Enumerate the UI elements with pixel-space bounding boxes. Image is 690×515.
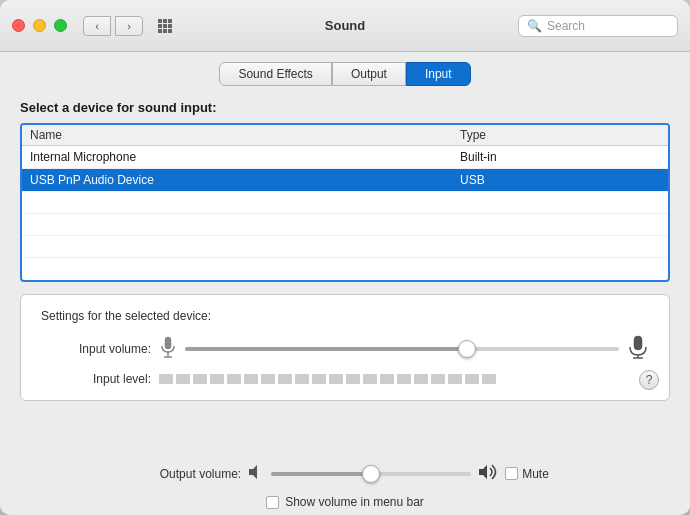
window-title: Sound	[325, 18, 365, 33]
mic-large-icon	[627, 335, 649, 362]
input-level-bars	[159, 374, 496, 384]
level-bar-17	[431, 374, 445, 384]
grid-button[interactable]	[151, 16, 179, 36]
svg-rect-5	[168, 24, 172, 28]
minimize-button[interactable]	[33, 19, 46, 32]
settings-section: Settings for the selected device: Input …	[20, 294, 670, 401]
empty-row-1	[22, 192, 668, 214]
table-row-selected[interactable]: USB PnP Audio Device USB	[22, 169, 668, 192]
svg-rect-6	[158, 29, 162, 33]
close-button[interactable]	[12, 19, 25, 32]
col-name-header: Name	[30, 128, 460, 142]
svg-marker-15	[249, 465, 257, 479]
tab-bar: Sound Effects Output Input	[0, 52, 690, 94]
level-bar-7	[261, 374, 275, 384]
level-bar-8	[278, 374, 292, 384]
speaker-muted-icon	[247, 463, 265, 481]
level-bar-20	[482, 374, 496, 384]
section-title: Select a device for sound input:	[20, 100, 670, 115]
level-bar-1	[159, 374, 173, 384]
svg-rect-9	[165, 337, 171, 349]
level-bar-16	[414, 374, 428, 384]
input-level-label: Input level:	[41, 372, 151, 386]
empty-row-3	[22, 236, 668, 258]
level-bar-2	[176, 374, 190, 384]
svg-rect-3	[158, 24, 162, 28]
tab-sound-effects[interactable]: Sound Effects	[219, 62, 332, 86]
empty-row-2	[22, 214, 668, 236]
maximize-button[interactable]	[54, 19, 67, 32]
mute-label: Mute	[522, 467, 549, 481]
speaker-small-icon	[247, 463, 265, 484]
input-volume-slider[interactable]	[185, 347, 619, 351]
input-volume-label: Input volume:	[41, 342, 151, 356]
device-table: Name Type Internal Microphone Built-in U…	[20, 123, 670, 282]
traffic-lights	[12, 19, 67, 32]
row-type-0: Built-in	[460, 150, 660, 164]
microphone-small-icon	[159, 336, 177, 358]
search-input[interactable]	[547, 19, 669, 33]
main-window: ‹ › Sound 🔍 Sound Effects Output I	[0, 0, 690, 515]
level-bar-4	[210, 374, 224, 384]
svg-rect-2	[168, 19, 172, 23]
row-name-1: USB PnP Audio Device	[30, 173, 460, 187]
level-bar-14	[380, 374, 394, 384]
svg-rect-0	[158, 19, 162, 23]
level-bar-9	[295, 374, 309, 384]
empty-row-4	[22, 258, 668, 280]
svg-rect-8	[168, 29, 172, 33]
level-bar-13	[363, 374, 377, 384]
level-bar-11	[329, 374, 343, 384]
search-bar[interactable]: 🔍	[518, 15, 678, 37]
output-volume-label: Output volume:	[141, 467, 241, 481]
footer: Output volume: Mute	[0, 455, 690, 515]
speaker-loud-icon	[477, 463, 499, 481]
tab-input[interactable]: Input	[406, 62, 471, 86]
level-bar-12	[346, 374, 360, 384]
back-button[interactable]: ‹	[83, 16, 111, 36]
output-volume-row: Output volume: Mute	[141, 463, 549, 484]
content-area: Select a device for sound input: Name Ty…	[0, 94, 690, 455]
mute-row: Mute	[505, 467, 549, 481]
input-level-row: Input level:	[41, 372, 649, 386]
output-volume-slider[interactable]	[271, 472, 471, 476]
input-volume-row: Input volume:	[41, 335, 649, 362]
level-bar-10	[312, 374, 326, 384]
row-type-1: USB	[460, 173, 660, 187]
show-volume-row: Show volume in menu bar	[266, 495, 424, 509]
mic-small-icon	[159, 336, 177, 361]
mute-checkbox[interactable]	[505, 467, 518, 480]
forward-button[interactable]: ›	[115, 16, 143, 36]
svg-rect-12	[634, 336, 642, 350]
svg-rect-4	[163, 24, 167, 28]
row-name-0: Internal Microphone	[30, 150, 460, 164]
level-bar-15	[397, 374, 411, 384]
speaker-large-icon	[477, 463, 499, 484]
grid-icon	[157, 18, 173, 34]
settings-title: Settings for the selected device:	[41, 309, 649, 323]
show-volume-label: Show volume in menu bar	[285, 495, 424, 509]
level-bar-6	[244, 374, 258, 384]
table-row[interactable]: Internal Microphone Built-in	[22, 146, 668, 169]
level-bar-19	[465, 374, 479, 384]
nav-buttons: ‹ ›	[83, 16, 143, 36]
level-bar-5	[227, 374, 241, 384]
svg-marker-16	[479, 465, 487, 479]
level-bar-18	[448, 374, 462, 384]
col-type-header: Type	[460, 128, 660, 142]
show-volume-checkbox[interactable]	[266, 496, 279, 509]
help-button[interactable]: ?	[639, 370, 659, 390]
microphone-large-icon	[627, 335, 649, 359]
tab-output[interactable]: Output	[332, 62, 406, 86]
svg-rect-1	[163, 19, 167, 23]
search-icon: 🔍	[527, 19, 542, 33]
table-header: Name Type	[22, 125, 668, 146]
svg-rect-7	[163, 29, 167, 33]
level-bar-3	[193, 374, 207, 384]
titlebar: ‹ › Sound 🔍	[0, 0, 690, 52]
